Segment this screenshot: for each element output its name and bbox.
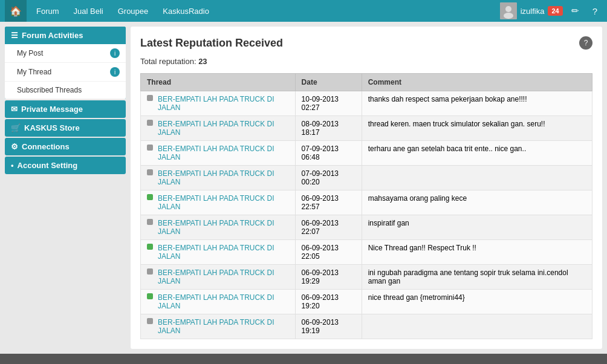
connections-button[interactable]: ⚙ Connections	[5, 138, 126, 155]
col-date: Date	[295, 74, 362, 91]
rep-indicator	[147, 194, 153, 200]
forum-activities-label: Forum Activities	[22, 31, 83, 40]
comment-cell	[362, 166, 592, 190]
pm-icon: ✉	[11, 105, 18, 114]
page-title: Latest Reputation Received	[140, 37, 283, 50]
thread-link[interactable]: BER-EMPATI LAH PADA TRUCK DI JALAN	[158, 293, 289, 310]
private-message-button[interactable]: ✉ Private Message	[5, 100, 126, 118]
thread-cell: BER-EMPATI LAH PADA TRUCK DI JALAN	[141, 190, 296, 215]
table-row: BER-EMPATI LAH PADA TRUCK DI JALAN10-09-…	[141, 91, 592, 116]
table-row: BER-EMPATI LAH PADA TRUCK DI JALAN06-09-…	[141, 215, 592, 240]
avatar[interactable]	[500, 2, 517, 19]
rep-indicator	[147, 244, 153, 250]
thread-cell: BER-EMPATI LAH PADA TRUCK DI JALAN	[141, 215, 296, 240]
forum-activities-icon: ☰	[11, 31, 18, 40]
date-cell: 06-09-2013 19:19	[295, 314, 362, 339]
rep-indicator	[147, 219, 153, 225]
thread-cell: BER-EMPATI LAH PADA TRUCK DI JALAN	[141, 290, 296, 314]
table-row: BER-EMPATI LAH PADA TRUCK DI JALAN06-09-…	[141, 314, 592, 339]
thread-link[interactable]: BER-EMPATI LAH PADA TRUCK DI JALAN	[158, 194, 289, 211]
username-label: izulfika	[521, 7, 545, 16]
rep-indicator	[147, 318, 153, 324]
thread-link[interactable]: BER-EMPATI LAH PADA TRUCK DI JALAN	[158, 145, 289, 161]
comment-cell: thanks dah respect sama pekerjaan bokap …	[362, 91, 592, 116]
main-layout: ☰ Forum Activities My Post i My Thread i…	[0, 22, 607, 354]
thread-cell: BER-EMPATI LAH PADA TRUCK DI JALAN	[141, 91, 296, 116]
thread-link[interactable]: BER-EMPATI LAH PADA TRUCK DI JALAN	[158, 219, 289, 236]
thread-link[interactable]: BER-EMPATI LAH PADA TRUCK DI JALAN	[158, 120, 289, 137]
rep-indicator	[147, 169, 153, 175]
date-cell: 06-09-2013 22:05	[295, 240, 362, 265]
nav-kaskusradio[interactable]: KaskusRadio	[155, 0, 216, 22]
thread-cell: BER-EMPATI LAH PADA TRUCK DI JALAN	[141, 116, 296, 141]
thread-cell: BER-EMPATI LAH PADA TRUCK DI JALAN	[141, 314, 296, 339]
rep-indicator	[147, 145, 153, 151]
comment-cell: Nice Thread gan!! Respect Truk !!	[362, 240, 592, 265]
comment-cell: mahsayama orang paling kece	[362, 190, 592, 215]
help-icon[interactable]: ?	[588, 6, 602, 16]
content-help-icon[interactable]: ?	[579, 36, 592, 50]
mythread-info-icon: i	[110, 67, 120, 77]
table-row: BER-EMPATI LAH PADA TRUCK DI JALAN06-09-…	[141, 240, 592, 265]
kaskus-store-button[interactable]: 🛒 KASKUS Store	[5, 119, 126, 137]
thread-cell: BER-EMPATI LAH PADA TRUCK DI JALAN	[141, 166, 296, 190]
total-reputation: Total reputation: 23	[140, 57, 592, 66]
comment-cell	[362, 314, 592, 339]
reputation-count: 23	[198, 57, 207, 66]
date-cell: 07-09-2013 00:20	[295, 166, 362, 190]
nav-groupee[interactable]: Groupee	[111, 0, 156, 22]
date-cell: 06-09-2013 22:07	[295, 215, 362, 240]
comment-cell: terharu ane gan setelah baca trit ente..…	[362, 141, 592, 166]
footer: Navigation KASKUS Guide Find Us Disclaim…	[0, 354, 607, 364]
date-cell: 07-09-2013 06:48	[295, 141, 362, 166]
table-row: BER-EMPATI LAH PADA TRUCK DI JALAN07-09-…	[141, 141, 592, 166]
thread-link[interactable]: BER-EMPATI LAH PADA TRUCK DI JALAN	[158, 244, 289, 261]
forum-activities-section: ☰ Forum Activities My Post i My Thread i…	[5, 27, 126, 99]
main-content: Latest Reputation Received ? Total reput…	[131, 27, 602, 349]
date-cell: 06-09-2013 22:57	[295, 190, 362, 215]
thread-cell: BER-EMPATI LAH PADA TRUCK DI JALAN	[141, 240, 296, 265]
forum-activities-header[interactable]: ☰ Forum Activities	[5, 27, 126, 44]
thread-cell: BER-EMPATI LAH PADA TRUCK DI JALAN	[141, 141, 296, 166]
comment-cell: ini ngubah paradigma ane tentang sopir t…	[362, 265, 592, 290]
content-header: Latest Reputation Received ?	[140, 36, 592, 50]
top-navigation: 🏠 Forum Jual Beli Groupee KaskusRadio iz…	[0, 0, 607, 22]
nav-forum[interactable]: Forum	[29, 0, 67, 22]
table-row: BER-EMPATI LAH PADA TRUCK DI JALAN06-09-…	[141, 290, 592, 314]
sidebar-item-mypost[interactable]: My Post i	[5, 44, 126, 63]
connections-icon: ⚙	[11, 142, 18, 151]
col-comment: Comment	[362, 74, 592, 91]
thread-link[interactable]: BER-EMPATI LAH PADA TRUCK DI JALAN	[158, 318, 289, 335]
home-button[interactable]: 🏠	[5, 0, 27, 22]
date-cell: 06-09-2013 19:29	[295, 265, 362, 290]
rep-indicator	[147, 120, 153, 126]
pencil-icon[interactable]: ✏	[566, 5, 584, 16]
rep-indicator	[147, 95, 153, 101]
svg-point-2	[504, 13, 513, 19]
table-row: BER-EMPATI LAH PADA TRUCK DI JALAN08-09-…	[141, 116, 592, 141]
thread-link[interactable]: BER-EMPATI LAH PADA TRUCK DI JALAN	[158, 169, 289, 186]
table-row: BER-EMPATI LAH PADA TRUCK DI JALAN06-09-…	[141, 190, 592, 215]
comment-cell: thread keren. maen truck simulator sekal…	[362, 116, 592, 141]
table-row: BER-EMPATI LAH PADA TRUCK DI JALAN07-09-…	[141, 166, 592, 190]
table-row: BER-EMPATI LAH PADA TRUCK DI JALAN06-09-…	[141, 265, 592, 290]
store-icon: 🛒	[11, 123, 21, 132]
thread-cell: BER-EMPATI LAH PADA TRUCK DI JALAN	[141, 265, 296, 290]
sidebar: ☰ Forum Activities My Post i My Thread i…	[5, 27, 126, 349]
rep-indicator	[147, 268, 153, 275]
svg-point-1	[505, 6, 511, 12]
notification-badge[interactable]: 24	[548, 6, 562, 16]
thread-link[interactable]: BER-EMPATI LAH PADA TRUCK DI JALAN	[158, 95, 289, 112]
account-setting-button[interactable]: • Account Setting	[5, 157, 126, 174]
date-cell: 06-09-2013 19:20	[295, 290, 362, 314]
comment-cell: inspiratif gan	[362, 215, 592, 240]
date-cell: 10-09-2013 02:27	[295, 91, 362, 116]
rep-indicator	[147, 293, 153, 299]
col-thread: Thread	[141, 74, 296, 91]
thread-link[interactable]: BER-EMPATI LAH PADA TRUCK DI JALAN	[158, 268, 289, 285]
nav-jualbeli[interactable]: Jual Beli	[67, 0, 111, 22]
sidebar-item-mythread[interactable]: My Thread i	[5, 63, 126, 82]
reputation-table: Thread Date Comment BER-EMPATI LAH PADA …	[140, 73, 592, 339]
sidebar-item-subscribed[interactable]: Subscribed Threads	[5, 82, 126, 99]
comment-cell: nice thread gan {metromini44}	[362, 290, 592, 314]
